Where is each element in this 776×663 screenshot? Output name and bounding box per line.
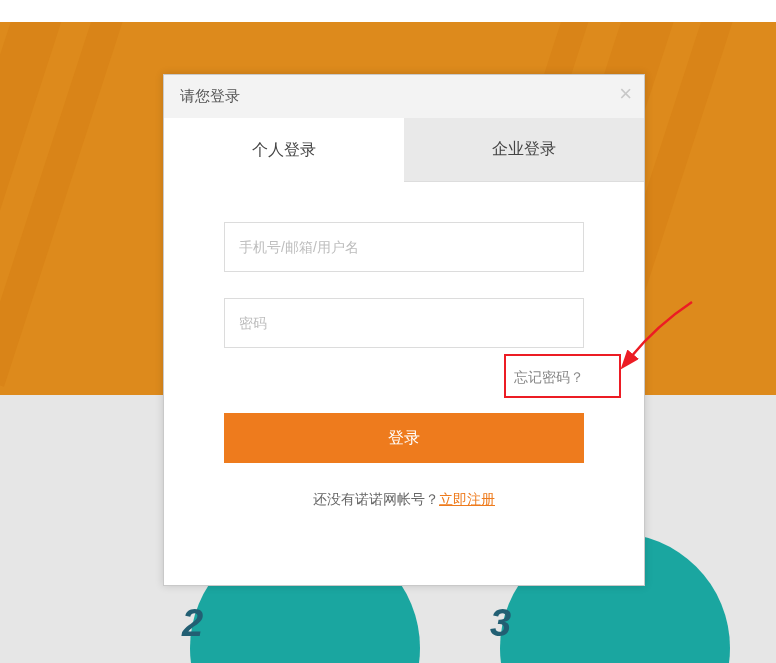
login-button[interactable]: 登录 (224, 413, 584, 463)
tab-enterprise-login[interactable]: 企业登录 (404, 118, 644, 182)
register-prompt-text: 还没有诺诺网帐号？ (313, 491, 439, 507)
register-link[interactable]: 立即注册 (439, 491, 495, 507)
register-prompt-row: 还没有诺诺网帐号？立即注册 (224, 463, 584, 555)
login-tabs: 个人登录 企业登录 (164, 118, 644, 182)
modal-header: 请您登录 × (164, 75, 644, 118)
login-modal: 请您登录 × 个人登录 企业登录 忘记密码？ 登录 还没有诺诺网帐号？立即注册 (163, 74, 645, 586)
forgot-password-link[interactable]: 忘记密码？ (514, 369, 584, 385)
modal-title: 请您登录 (180, 87, 240, 104)
tab-personal-login[interactable]: 个人登录 (164, 118, 404, 182)
password-input[interactable] (224, 298, 584, 348)
forgot-password-row: 忘记密码？ (224, 368, 584, 387)
login-form: 忘记密码？ 登录 还没有诺诺网帐号？立即注册 (164, 182, 644, 585)
username-input[interactable] (224, 222, 584, 272)
step-number-2: 2 (182, 602, 203, 645)
top-white-bar (0, 0, 776, 22)
step-number-3: 3 (490, 602, 511, 645)
close-icon[interactable]: × (619, 83, 632, 105)
